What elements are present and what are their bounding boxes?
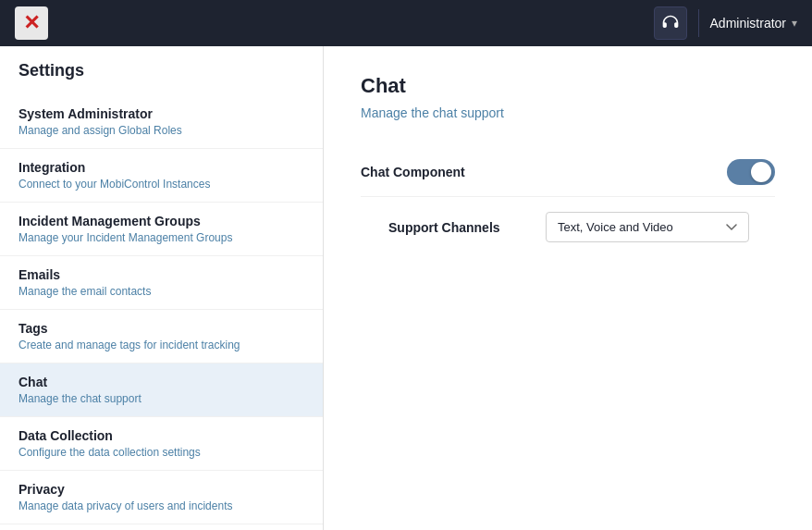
sidebar-item-tags[interactable]: Tags Create and manage tags for incident… xyxy=(0,310,323,364)
sidebar-item-privacy-subtitle: Manage data privacy of users and inciden… xyxy=(18,499,304,512)
sidebar-item-tags-subtitle: Create and manage tags for incident trac… xyxy=(18,339,304,351)
toggle-slider xyxy=(727,159,775,185)
sidebar-item-data-collection-title: Data Collection xyxy=(18,428,304,443)
app-header: ✕ Administrator ▾ xyxy=(0,0,812,46)
chat-component-row: Chat Component xyxy=(361,148,775,197)
support-channels-row: Support Channels Text, Voice and Video T… xyxy=(361,197,775,257)
sidebar-item-chat-subtitle: Manage the chat support xyxy=(18,392,304,405)
sidebar-item-tags-title: Tags xyxy=(18,321,304,336)
sidebar-item-system-administrator-subtitle: Manage and assign Global Roles xyxy=(18,124,304,137)
sidebar-item-chat-title: Chat xyxy=(18,375,304,389)
page-title: Chat xyxy=(361,74,775,98)
sidebar-item-integration-subtitle: Connect to your MobiControl Instances xyxy=(18,178,304,191)
sidebar-item-chat[interactable]: Chat Manage the chat support xyxy=(0,364,323,417)
sidebar-item-privacy-title: Privacy xyxy=(18,482,304,497)
chevron-down-icon: ▾ xyxy=(792,17,797,30)
header-divider xyxy=(698,9,699,37)
sidebar-item-integration[interactable]: Integration Connect to your MobiControl … xyxy=(0,149,323,203)
sidebar: Settings System Administrator Manage and… xyxy=(0,46,324,530)
headset-icon xyxy=(661,14,680,32)
main-layout: Settings System Administrator Manage and… xyxy=(0,46,812,530)
chat-component-toggle[interactable] xyxy=(727,159,775,185)
main-content: Chat Manage the chat support Chat Compon… xyxy=(324,46,812,530)
sidebar-item-system-administrator-title: System Administrator xyxy=(18,106,304,121)
sidebar-item-system-administrator[interactable]: System Administrator Manage and assign G… xyxy=(0,95,323,149)
sidebar-item-data-collection[interactable]: Data Collection Configure the data colle… xyxy=(0,417,323,471)
sidebar-item-data-collection-subtitle: Configure the data collection settings xyxy=(18,446,304,459)
sidebar-item-emails-title: Emails xyxy=(18,267,304,282)
header-right: Administrator ▾ xyxy=(654,6,797,40)
app-logo: ✕ xyxy=(15,6,48,40)
sidebar-item-integration-title: Integration xyxy=(18,160,304,175)
sidebar-item-incident-title: Incident Management Groups xyxy=(18,214,304,228)
logo-icon: ✕ xyxy=(23,13,40,33)
sidebar-item-incident-management-groups[interactable]: Incident Management Groups Manage your I… xyxy=(0,203,323,256)
support-channels-label: Support Channels xyxy=(361,220,546,235)
sidebar-item-privacy[interactable]: Privacy Manage data privacy of users and… xyxy=(0,471,323,524)
admin-label: Administrator xyxy=(710,16,786,31)
sidebar-item-emails-subtitle: Manage the email contacts xyxy=(18,285,304,298)
chat-component-label: Chat Component xyxy=(361,165,465,179)
sidebar-item-incident-subtitle: Manage your Incident Management Groups xyxy=(18,231,304,244)
page-subtitle: Manage the chat support xyxy=(361,105,775,120)
admin-menu-button[interactable]: Administrator ▾ xyxy=(710,16,797,31)
sidebar-title: Settings xyxy=(0,61,323,95)
sidebar-item-emails[interactable]: Emails Manage the email contacts xyxy=(0,256,323,310)
help-button[interactable] xyxy=(654,6,687,40)
support-channels-select[interactable]: Text, Voice and Video Text Only Voice On… xyxy=(546,212,749,242)
